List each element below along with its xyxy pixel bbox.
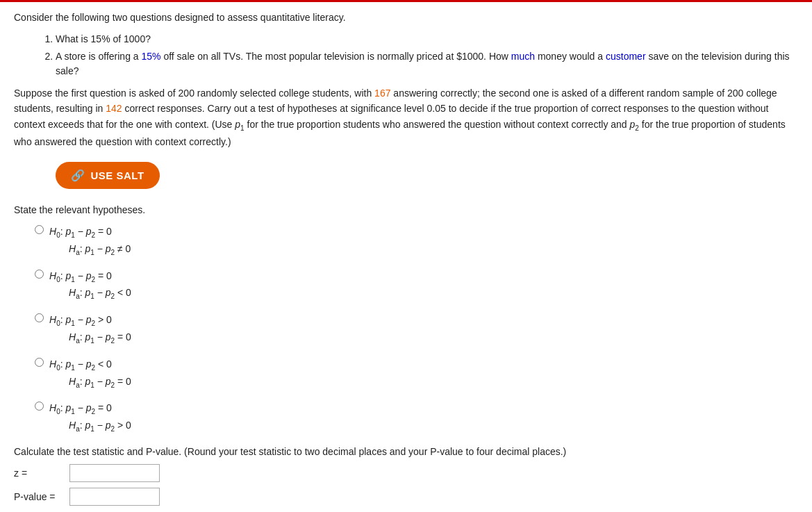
h0-line-1: H0: p1 − p2 = 0 — [49, 224, 131, 241]
hypothesis-block-1: H0: p1 − p2 = 0 Ha: p1 − p2 ≠ 0 — [35, 224, 798, 258]
hypothesis-block-2: H0: p1 − p2 = 0 Ha: p1 − p2 < 0 — [35, 268, 798, 303]
hypothesis-block-4: H0: p1 − p2 < 0 Ha: p1 − p2 = 0 — [35, 356, 798, 391]
hypothesis-block-3: H0: p1 − p2 > 0 Ha: p1 − p2 = 0 — [35, 312, 798, 347]
question-2: A store is offering a 15% off sale on al… — [56, 49, 798, 79]
use-salt-button[interactable]: 🔗 USE SALT — [56, 162, 160, 189]
ha-line-4: Ha: p1 − p2 = 0 — [69, 374, 131, 391]
radio-option-3[interactable]: H0: p1 − p2 > 0 Ha: p1 − p2 = 0 — [35, 312, 798, 347]
highlight-142: 142 — [106, 103, 122, 114]
pvalue-input-row: P-value = — [14, 488, 798, 506]
highlight-customer: customer — [606, 51, 646, 62]
hypotheses-section: State the relevant hypotheses. H0: p1 − … — [14, 204, 798, 435]
pvalue-label: P-value = — [14, 491, 69, 502]
highlight-167: 167 — [374, 88, 390, 99]
pvalue-input[interactable] — [69, 488, 160, 506]
highlight-15pct: 15% — [141, 51, 160, 62]
main-paragraph: Suppose the first question is asked of 2… — [14, 85, 798, 149]
page-wrapper: Consider the following two questions des… — [0, 0, 812, 512]
salt-button-label: USE SALT — [91, 170, 144, 181]
radio-h3[interactable] — [35, 313, 44, 322]
intro-text: Consider the following two questions des… — [14, 10, 798, 25]
hypotheses-group: H0: p1 − p2 = 0 Ha: p1 − p2 ≠ 0 H0: p1 −… — [35, 224, 798, 435]
ha-line-3: Ha: p1 − p2 = 0 — [69, 329, 131, 347]
radio-h1[interactable] — [35, 225, 44, 234]
hypothesis-block-5: H0: p1 − p2 = 0 Ha: p1 − p2 > 0 — [35, 400, 798, 435]
radio-option-5[interactable]: H0: p1 − p2 = 0 Ha: p1 − p2 > 0 — [35, 400, 798, 435]
h0-line-2: H0: p1 − p2 = 0 — [49, 268, 131, 286]
calculate-section: Calculate the test statistic and P-value… — [14, 446, 798, 506]
z-label: z = — [14, 468, 69, 479]
salt-button-wrapper: 🔗 USE SALT — [56, 162, 798, 189]
question-list: What is 15% of 1000? A store is offering… — [56, 32, 798, 79]
salt-icon: 🔗 — [71, 169, 85, 182]
z-input-row: z = — [14, 464, 798, 482]
radio-h5[interactable] — [35, 402, 44, 411]
radio-h4[interactable] — [35, 358, 44, 367]
radio-option-1[interactable]: H0: p1 − p2 = 0 Ha: p1 − p2 ≠ 0 — [35, 224, 798, 258]
radio-option-2[interactable]: H0: p1 − p2 = 0 Ha: p1 − p2 < 0 — [35, 268, 798, 303]
highlight-much: much — [511, 51, 535, 62]
calculate-label: Calculate the test statistic and P-value… — [14, 446, 798, 457]
h0-line-3: H0: p1 − p2 > 0 — [49, 312, 131, 329]
h0-line-4: H0: p1 − p2 < 0 — [49, 356, 131, 374]
radio-h2[interactable] — [35, 270, 44, 279]
z-input[interactable] — [69, 464, 160, 482]
ha-line-1: Ha: p1 − p2 ≠ 0 — [69, 241, 131, 258]
hypotheses-label: State the relevant hypotheses. — [14, 204, 798, 215]
radio-option-4[interactable]: H0: p1 − p2 < 0 Ha: p1 − p2 = 0 — [35, 356, 798, 391]
question-1: What is 15% of 1000? — [56, 32, 798, 47]
ha-line-5: Ha: p1 − p2 > 0 — [69, 418, 131, 435]
ha-line-2: Ha: p1 − p2 < 0 — [69, 285, 131, 302]
h0-line-5: H0: p1 − p2 = 0 — [49, 400, 131, 418]
